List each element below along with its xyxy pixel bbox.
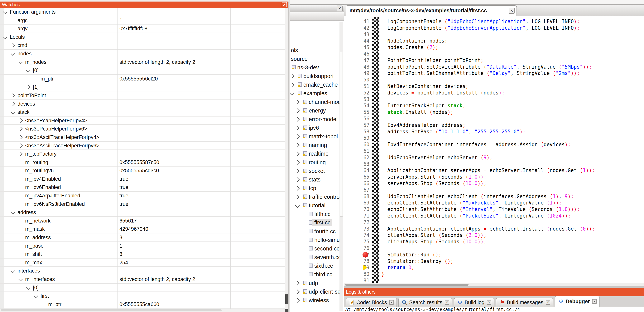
watches-horizontal-scrollbar[interactable] (0, 309, 285, 312)
expand-icon[interactable] (295, 169, 300, 173)
expand-icon[interactable] (18, 118, 23, 123)
tree-item-label[interactable]: error-model (309, 116, 338, 123)
tree-item[interactable]: seventh.cc (290, 253, 340, 262)
tree-item-label[interactable]: realtime (309, 151, 328, 157)
tree-item-label[interactable]: fourth.cc (314, 228, 336, 235)
expand-icon[interactable] (295, 194, 300, 199)
tree-item[interactable]: energy (290, 106, 340, 115)
watch-row[interactable]: cmd (0, 41, 285, 50)
expand-icon[interactable] (295, 177, 300, 182)
watch-row[interactable]: m_base1 (0, 242, 285, 250)
watch-row[interactable]: m_tcpFactory (0, 150, 285, 158)
collapse-icon[interactable] (295, 203, 300, 208)
collapse-icon[interactable] (11, 110, 15, 114)
tree-item-label[interactable]: seventh.cc (314, 254, 340, 260)
tree-item-label[interactable]: energy (309, 108, 326, 114)
expand-icon[interactable] (11, 93, 15, 98)
watch-row[interactable]: m_ipv4ArpJitterEnabledtrue (0, 192, 285, 200)
tree-item-label[interactable]: sixth.cc (314, 263, 333, 269)
tree-item[interactable]: tutorial (290, 201, 340, 210)
watch-row[interactable]: m_network655617 (0, 217, 285, 225)
tree-item-label[interactable]: tutorial (309, 202, 326, 209)
editor-tab-first-cc[interactable]: mnt/dev/tools/source/ns-3-dev/examples/t… (346, 5, 517, 16)
tree-panel-title-bar[interactable]: × (290, 4, 344, 12)
collapse-icon[interactable] (34, 294, 38, 298)
watch-row[interactable]: <ns3::AsciiTraceHelperForIpv4> (0, 133, 285, 142)
collapse-icon[interactable] (11, 269, 15, 273)
tree-item-label[interactable]: stats (309, 176, 320, 183)
watch-row[interactable]: m_ipv4Enabledtrue (0, 175, 285, 183)
watch-row[interactable]: Locals (0, 33, 285, 41)
watch-row[interactable]: m_nodesstd::vector of length 2, capacity… (0, 58, 285, 66)
tree-item[interactable]: fourth.cc (290, 227, 340, 236)
tree-item-label[interactable]: hello-simul (314, 237, 340, 243)
close-icon[interactable]: × (546, 300, 550, 305)
watch-row[interactable]: m_ptr0x55555556cf20 (0, 75, 285, 83)
tree-item-label[interactable]: tcp (309, 185, 316, 191)
close-icon[interactable]: × (487, 300, 491, 305)
logs-panel-border[interactable] (344, 286, 644, 288)
tree-item[interactable]: ols (290, 46, 340, 55)
watch-row[interactable]: [1] (0, 83, 285, 91)
watch-row[interactable]: m_max254 (0, 259, 285, 267)
breakpoint-icon[interactable] (362, 252, 368, 258)
watches-column-divider[interactable] (117, 8, 118, 309)
scrollbar-thumb[interactable] (345, 284, 468, 286)
tree-item-label[interactable]: channel-mod (309, 99, 340, 105)
tree-item-label[interactable]: udp-client-ser (309, 289, 340, 295)
scrollbar-thumb[interactable] (1, 309, 222, 312)
watch-row[interactable]: m_mask4294967040 (0, 225, 285, 233)
collapse-icon[interactable] (11, 52, 15, 56)
collapse-icon[interactable] (26, 285, 30, 290)
tree-item-label[interactable]: ns-3-dev (297, 64, 319, 71)
tree-item-label[interactable]: cmake_cache (304, 82, 338, 88)
tree-item[interactable]: matrix-topol (290, 132, 340, 141)
watches-title-bar[interactable]: Watches × (0, 1, 288, 8)
expand-icon[interactable] (295, 298, 300, 303)
expand-icon[interactable] (290, 82, 294, 87)
tree-item-label[interactable]: socket (309, 168, 325, 174)
watch-row[interactable]: m_shift8 (0, 250, 285, 259)
expand-icon[interactable] (295, 100, 300, 104)
tree-item[interactable]: source (290, 55, 340, 63)
collapse-icon[interactable] (18, 277, 23, 282)
tree-item[interactable]: fifth.cc (290, 210, 340, 218)
watch-row[interactable]: argv0x7fffffffdf08 (0, 24, 285, 33)
expand-icon[interactable] (295, 281, 300, 285)
tree-item[interactable]: first.cc (290, 218, 340, 227)
tab-search-results[interactable]: Search results× (398, 298, 452, 307)
close-icon[interactable]: × (445, 300, 449, 305)
editor-horizontal-scrollbar[interactable] (344, 283, 644, 286)
watch-row[interactable]: [0] (0, 66, 285, 75)
tree-item[interactable]: sixth.cc (290, 262, 340, 270)
logs-title-bar[interactable]: Logs & others (344, 288, 644, 296)
tree-item[interactable]: ns-3-dev (290, 63, 340, 72)
tree-item[interactable]: stats (290, 175, 340, 184)
tree-item[interactable]: realtime (290, 150, 340, 158)
tree-item[interactable]: traffic-contro (290, 193, 340, 201)
tree-item-label[interactable]: buildsupport (304, 73, 334, 79)
tree-item[interactable]: third.cc (290, 270, 340, 279)
tree-item-label[interactable]: ipv6 (309, 125, 319, 131)
tab-build-log[interactable]: ⚙Build log× (454, 298, 494, 307)
tree-item-label[interactable]: naming (309, 142, 327, 148)
close-icon[interactable]: × (282, 2, 287, 7)
tree-item[interactable]: examples (290, 89, 340, 98)
tree-item-label[interactable]: ols (291, 47, 298, 53)
close-icon[interactable]: × (592, 299, 597, 304)
collapse-icon[interactable] (3, 10, 8, 14)
close-icon[interactable]: × (389, 300, 394, 305)
watches-column-divider[interactable] (230, 8, 231, 309)
tree-item[interactable]: error-model (290, 115, 340, 124)
expand-icon[interactable] (18, 127, 23, 131)
tree-item[interactable]: channel-mod (290, 98, 340, 106)
tree-item[interactable]: socket (290, 167, 340, 175)
expand-icon[interactable] (295, 143, 300, 147)
expand-icon[interactable] (295, 152, 300, 156)
tree-item-label[interactable]: source (291, 56, 308, 62)
watch-row[interactable]: m_routing0x555555587c50 (0, 158, 285, 167)
tab-build-messages[interactable]: ⚑Build messages× (496, 298, 553, 307)
collapse-icon[interactable] (18, 60, 23, 64)
expand-icon[interactable] (18, 135, 23, 140)
expand-icon[interactable] (295, 126, 300, 130)
